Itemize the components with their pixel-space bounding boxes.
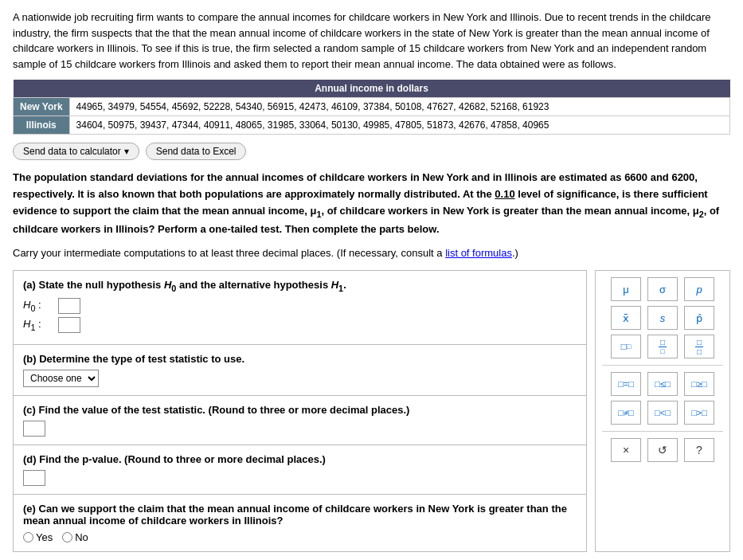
calculator-button-label: Send data to calculator — [23, 146, 121, 157]
h1-row: H1 : — [23, 317, 577, 333]
newyork-data: 44965, 34979, 54554, 45692, 52228, 54340… — [69, 98, 729, 116]
gt-button[interactable]: □>□ — [684, 401, 714, 425]
illinois-label: Illinois — [14, 116, 70, 135]
frac-box-button[interactable]: □ □ — [684, 335, 714, 358]
question-a-block: (a) State the null hypothesis H0 and the… — [14, 271, 586, 345]
send-excel-button[interactable]: Send data to Excel — [146, 143, 247, 160]
question-e-label: (e) Can we support the claim that the me… — [23, 503, 577, 527]
symbol-row-3: □□ □ □ □ □ — [602, 335, 723, 358]
symbol-row-5: □≠□ □<□ □>□ — [602, 401, 723, 425]
questions-panel: (a) State the null hypothesis H0 and the… — [13, 270, 587, 552]
main-layout: (a) State the null hypothesis H0 and the… — [13, 270, 730, 552]
table-row-newyork: New York 44965, 34979, 54554, 45692, 522… — [14, 98, 730, 116]
send-calculator-button[interactable]: Send data to calculator ▾ — [13, 143, 139, 160]
h0-label: H0 : — [23, 299, 55, 313]
h1-label: H1 : — [23, 318, 55, 332]
dropdown-arrow-icon: ▾ — [124, 146, 129, 157]
geq-button[interactable]: □≥□ — [684, 372, 714, 396]
symbol-row-1: μ σ p — [602, 277, 723, 301]
p-value-input[interactable] — [23, 470, 45, 486]
h0-row: H0 : — [23, 298, 577, 314]
yes-option[interactable]: Yes — [23, 531, 53, 543]
question-c-block: (c) Find the value of the test statistic… — [14, 396, 586, 445]
s-button[interactable]: s — [647, 306, 678, 330]
undo-button[interactable]: ↺ — [647, 438, 678, 462]
yes-radio[interactable] — [23, 532, 33, 542]
lt-button[interactable]: □<□ — [647, 401, 678, 425]
after-link-text: .) — [512, 247, 518, 259]
excel-button-label: Send data to Excel — [156, 146, 237, 157]
symbol-panel: μ σ p x̄ s p̂ □□ □ □ □ □ — [595, 270, 730, 552]
no-radio[interactable] — [62, 532, 72, 542]
h1-input[interactable] — [58, 317, 80, 333]
illinois-data: 34604, 50975, 39437, 47344, 40911, 48065… — [69, 116, 729, 135]
xbar-button[interactable]: x̄ — [611, 306, 641, 330]
frac-small-button[interactable]: □ □ — [647, 335, 678, 358]
question-e-block: (e) Can we support the claim that the me… — [14, 495, 586, 551]
table-row-illinois: Illinois 34604, 50975, 39437, 47344, 409… — [14, 116, 730, 135]
intro-paragraph: A nationwide job recruiting firm wants t… — [13, 10, 730, 72]
phat-button[interactable]: p̂ — [684, 306, 714, 330]
square-superscript-button[interactable]: □□ — [611, 335, 641, 358]
buttons-row: Send data to calculator ▾ Send data to E… — [13, 143, 730, 160]
symbol-divider-2 — [602, 431, 723, 432]
symbol-row-actions: × ↺ ? — [602, 438, 723, 462]
equals-button[interactable]: □=□ — [611, 372, 641, 396]
question-a-label: (a) State the null hypothesis H0 and the… — [23, 279, 577, 293]
data-table: Annual income in dollars New York 44965,… — [13, 80, 730, 135]
clear-button[interactable]: × — [611, 438, 641, 462]
leq-button[interactable]: □≤□ — [647, 372, 678, 396]
symbol-row-2: x̄ s p̂ — [602, 306, 723, 330]
help-button[interactable]: ? — [684, 438, 714, 462]
question-b-block: (b) Determine the type of test statistic… — [14, 345, 586, 396]
h0-input[interactable] — [58, 298, 80, 314]
question-c-label: (c) Find the value of the test statistic… — [23, 404, 577, 416]
symbol-row-4: □=□ □≤□ □≥□ — [602, 372, 723, 396]
newyork-label: New York — [14, 98, 70, 116]
table-header: Annual income in dollars — [14, 80, 730, 98]
question-d-label: (d) Find the p-value. (Round to three or… — [23, 453, 577, 465]
body-paragraph: The population standard deviations for t… — [13, 170, 730, 237]
yes-label: Yes — [36, 531, 53, 543]
p-button[interactable]: p — [684, 277, 714, 301]
sigma-button[interactable]: σ — [647, 277, 678, 301]
question-d-block: (d) Find the p-value. (Round to three or… — [14, 445, 586, 495]
formulas-link[interactable]: list of formulas — [445, 247, 512, 259]
no-label: No — [75, 531, 88, 543]
symbol-divider-1 — [602, 365, 723, 366]
test-statistic-input[interactable] — [23, 421, 45, 437]
yes-no-group: Yes No — [23, 531, 577, 543]
question-b-label: (b) Determine the type of test statistic… — [23, 353, 577, 365]
no-option[interactable]: No — [62, 531, 88, 543]
neq-button[interactable]: □≠□ — [611, 401, 641, 425]
carry-text: Carry your intermediate computations to … — [13, 245, 730, 262]
mu-button[interactable]: μ — [611, 277, 641, 301]
test-statistic-dropdown[interactable]: Choose one z t Chi-square F — [23, 370, 99, 387]
